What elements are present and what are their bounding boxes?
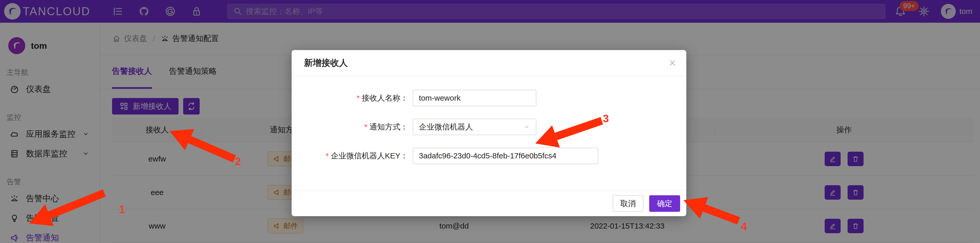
form-row-notify-method: *通知方式： 企业微信机器人 — [292, 119, 686, 135]
modal-body: *接收人名称： *通知方式： 企业微信机器人 *企业微信机器人KEY： — [292, 76, 686, 164]
wework-robot-key-input[interactable] — [413, 147, 598, 164]
receiver-name-input[interactable] — [413, 90, 536, 106]
close-icon[interactable] — [667, 58, 678, 68]
required-mark: * — [364, 123, 368, 131]
cancel-button[interactable]: 取消 — [612, 195, 644, 212]
field-label: *接收人名称： — [292, 93, 413, 104]
field-label: *企业微信机器人KEY： — [292, 151, 413, 161]
modal-title: 新增接收人 — [304, 57, 348, 69]
page: TANCLOUD 99+ — [0, 0, 980, 243]
select-value: 企业微信机器人 — [419, 122, 523, 132]
modal-footer: 取消 确定 — [292, 190, 686, 216]
required-mark: * — [326, 152, 329, 160]
field-label: *通知方式： — [292, 122, 413, 132]
required-mark: * — [356, 94, 360, 102]
confirm-button[interactable]: 确定 — [649, 195, 680, 212]
modal-header: 新增接收人 — [292, 50, 686, 76]
form-row-wework-key: *企业微信机器人KEY： — [292, 147, 686, 164]
chevron-down-icon — [523, 123, 530, 131]
notify-method-select[interactable]: 企业微信机器人 — [413, 119, 536, 135]
form-row-receiver-name: *接收人名称： — [292, 90, 686, 106]
add-receiver-modal: 新增接收人 *接收人名称： *通知方式： 企业微信机器人 *企业微信机器人KEY… — [292, 50, 686, 216]
